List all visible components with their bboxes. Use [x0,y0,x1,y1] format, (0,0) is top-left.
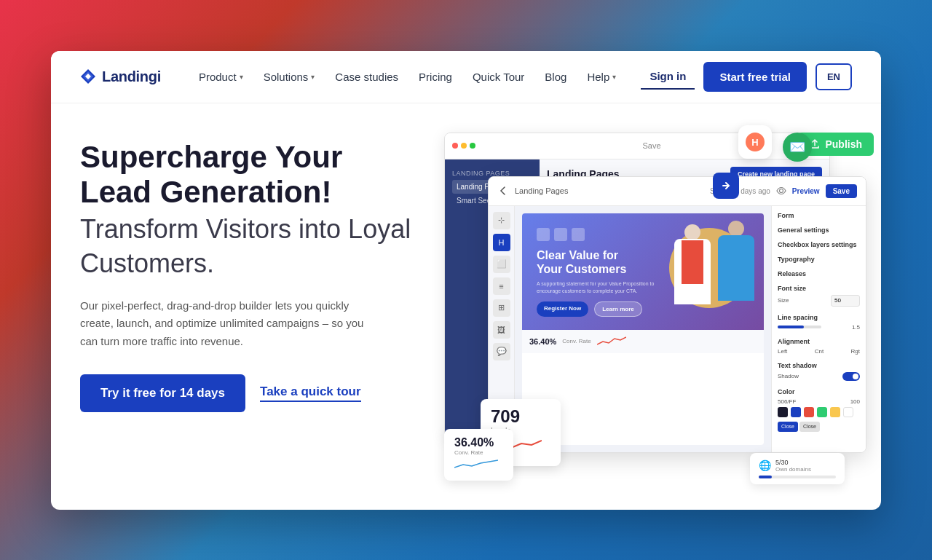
panel-title-fontsize: Font size [778,285,860,292]
lp-headline: Clear Value for Your Customers [537,248,631,276]
panel-section-textshadow: Text shadow Shadow [778,362,860,381]
tool-select[interactable]: ⊹ [493,212,510,229]
nav-item-solutions[interactable]: Solutions ▾ [255,65,324,89]
language-selector[interactable]: EN [816,63,852,90]
panel-title-textshadow: Text shadow [778,362,860,369]
conv-rate-label: Conv. Rate [454,449,503,456]
nav-item-help[interactable]: Help ▾ [578,65,625,89]
conv-rate-card: 36.40% Conv. Rate [444,429,513,481]
panel-section-spacing: Line spacing 1.5 [778,314,860,331]
sign-in-button[interactable]: Sign in [641,64,695,90]
sparkline-chart [597,336,626,347]
tool-chat[interactable]: 💬 [493,343,510,360]
panel-title-checkbox: Checkbox layers settings [778,241,860,248]
panel-section-general: General settings [778,226,860,234]
chevron-down-icon: ▾ [311,73,315,81]
tool-align[interactable]: ≡ [493,277,510,295]
color-swatch-red[interactable] [804,407,814,417]
panel-title-releases: Releases [778,270,860,277]
panel-section-fontsize: Font size Size [778,285,860,307]
editor-right-panel: Form General settings Checkbox layers se… [771,206,866,452]
quick-tour-link[interactable]: Take a quick tour [260,384,361,402]
text-shadow-toggle[interactable] [842,372,860,381]
social-icon-1 [537,228,550,241]
next-arrow-button[interactable] [713,173,739,199]
hero-left: Supercharge Your Lead Generation! Transf… [80,133,430,488]
browser-window: Landingi Product ▾ Solutions ▾ Case stud… [51,51,881,510]
lp-register-btn[interactable]: Register Now [537,301,588,317]
logo[interactable]: Landingi [80,68,161,85]
eye-icon [776,186,786,196]
tool-grid[interactable]: ⊞ [493,299,510,317]
tool-text[interactable]: H [493,234,510,251]
color-swatches: Close Close [778,407,860,432]
back-icon[interactable] [497,185,509,197]
color-swatch-blue[interactable] [791,407,801,417]
color-swatch-white[interactable] [843,407,853,417]
domains-progress-bar [759,476,836,478]
logo-icon [80,68,96,84]
nav-item-quick-tour[interactable]: Quick Tour [464,65,533,89]
main-content: Supercharge Your Lead Generation! Transf… [51,103,881,510]
nav-item-pricing[interactable]: Pricing [410,65,461,89]
domains-count: 5/30 [775,459,811,466]
color-swatch-green[interactable] [817,407,827,417]
panel-title-colors: Color [778,388,860,395]
panel-section-checkbox: Checkbox layers settings [778,241,860,248]
domains-label: Own domains [775,466,811,473]
color-swatch-yellow[interactable] [830,407,840,417]
panel-section-typography: Typography [778,256,860,263]
hero-actions: Try it free for 14 days Take a quick tou… [80,374,430,412]
social-icon-3 [572,228,585,241]
panel-section-form: Form [778,212,860,219]
start-trial-button[interactable]: Start free trial [703,62,807,92]
color-swatch-dark[interactable] [778,407,788,417]
close-btn-gray[interactable]: Close [799,422,820,432]
font-size-input[interactable] [831,295,860,307]
people-illustration [647,217,757,330]
tool-image[interactable]: ⬜ [493,256,510,273]
conv-sparkline [454,459,498,470]
save-button[interactable]: Save [826,184,857,198]
expand-dot [470,143,475,149]
editor-topbar: Landing Pages Saved: 4 days ago Preview … [489,177,866,206]
social-icon-2 [554,228,567,241]
panel-section-releases: Releases [778,270,860,277]
lp-hero-section: Clear Value for Your Customers A support… [522,213,764,330]
window-controls [452,143,475,149]
tool-photo[interactable]: 🖼 [493,321,510,339]
close-dot [452,143,458,149]
conv-rate-number: 36.40% [454,436,503,449]
hero-right: Save Landing Pages Landing Pages Smart S… [444,133,852,488]
leads-number: 709 [491,406,550,427]
email-icon: ✉️ [789,139,805,155]
panel-title-alignment: Alignment [778,338,860,345]
lp-learn-btn[interactable]: Learn more [594,301,642,317]
panel-title-typography: Typography [778,256,860,263]
svg-text:H: H [751,137,758,148]
panel-section-alignment: Alignment Left Cnt Rgt [778,338,860,355]
close-btn-blue[interactable]: Close [778,422,798,432]
svg-point-3 [779,189,783,193]
hubspot-integration-icon: H [738,125,772,159]
hubspot-logo: H [745,132,765,152]
arrow-right-icon [719,179,732,192]
hero-description: Our pixel-perfect, drag-and-drop builder… [80,297,371,351]
domains-card: 🌐 5/30 Own domains [750,453,845,484]
nav-item-blog[interactable]: Blog [536,65,575,89]
try-free-button[interactable]: Try it free for 14 days [80,374,245,412]
chevron-down-icon: ▾ [240,73,243,81]
mockup-container: Save Landing Pages Landing Pages Smart S… [444,133,852,488]
spacing-slider[interactable] [778,326,821,328]
nav-actions: Sign in Start free trial EN [641,62,852,92]
panel-section-colors: Color 506/FF 100 [778,388,860,432]
chevron-down-icon: ▾ [612,73,616,81]
nav-links: Product ▾ Solutions ▾ Case studies Prici… [190,65,641,89]
navbar: Landingi Product ▾ Solutions ▾ Case stud… [51,51,881,103]
minimize-dot [461,143,467,149]
nav-item-case-studies[interactable]: Case studies [326,65,407,89]
preview-button[interactable]: Preview [792,187,820,195]
nav-item-product[interactable]: Product ▾ [190,65,252,89]
hero-subtitle: Transform Visitors into Loyal Customers. [80,213,430,281]
panel-title-general: General settings [778,226,860,234]
